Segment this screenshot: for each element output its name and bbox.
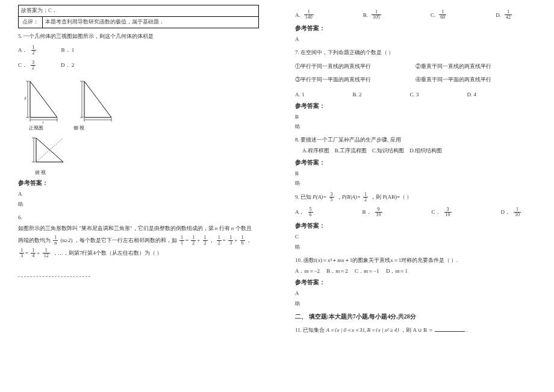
q10-opt-b: B．m＝2 (326, 268, 348, 274)
side-view-label: 侧 视 (73, 125, 84, 131)
q10-opt-d: D．m＝1 (386, 268, 408, 274)
left-column: 故答案为：C． 点评： 本题考查利用导数研究函数的极值，属于基础题． 5. 一个… (0, 0, 277, 392)
svg-text:1: 1 (42, 120, 45, 123)
q7-opt-b: B. 2 (353, 92, 362, 98)
q5-stem: 5. 一个几何体的三视图如图所示，则这个几何体的体积是 (18, 32, 259, 40)
q8-opt-b: B.工序流程图 (335, 148, 367, 154)
q8-answer: B (295, 169, 536, 178)
q7-opt-d: D. 4 (467, 92, 477, 98)
q7-opt-a: A. 1 (295, 92, 305, 98)
q8-opt-a: A.程序框图 (302, 148, 329, 154)
section-2-title: 二、 填空题:本大题共7小题,每小题4分,共28分 (295, 313, 536, 321)
three-views-row-2 (30, 135, 259, 168)
q8-brief: 略 (295, 180, 536, 187)
q5-answer: A (18, 190, 259, 198)
q10-answer: A (295, 289, 536, 297)
q9-opt-c: C．310 (432, 207, 453, 217)
q10-answer-label: 参考答案： (295, 279, 536, 287)
q9-answer: C (295, 232, 536, 241)
q8-opt-c: C.知识结构图 (372, 148, 404, 154)
three-views-row-1: 1 2 (24, 75, 259, 123)
q5-answer-label: 参考答案： (18, 179, 259, 187)
fraction: 32 (31, 60, 36, 70)
dashed-separator (18, 276, 90, 277)
q7-options: A. 1 B. 2 C. 3 D. 4 (295, 92, 536, 98)
q9-stem: 9. 已知 P(A)= 35 ，P(B|A)= 12 ，则 P(AB)=（ ） (295, 192, 536, 202)
q9-opt-d: D．110 (501, 207, 523, 217)
top-view-shape (30, 135, 66, 168)
q7-stem: 7. 在空间中，下列命题正确的个数是（ ） (295, 48, 536, 57)
q6-options: A.1140 B.1105 C.160 D.142 (295, 10, 536, 20)
q10-opt-a: A．m＝−2 (295, 268, 320, 274)
q6-opt-b: B.1105 (363, 10, 382, 20)
q7-prop-3: ③平行于同一平面的两直线平行 (295, 75, 416, 84)
q10-brief: 略 (295, 300, 536, 308)
q9-answer-label: 参考答案： (295, 222, 536, 230)
q7-opt-c: C. 3 (410, 92, 419, 98)
q7-answer: B (295, 113, 536, 121)
q8-opt-d: D.组织结构图 (409, 148, 442, 154)
box-row-2-label: 点评： (19, 17, 43, 28)
q9-brief: 略 (295, 244, 536, 251)
analysis-box: 故答案为：C． 点评： 本题考查利用导数研究函数的极值，属于基础题． (18, 5, 259, 28)
q9-options: A．56 B．910 C．310 D．110 (295, 207, 536, 217)
q6: 6. 如图所示的三角形数阵叫 "莱布尼兹调和三角形"，它们是由整数的倒数组成的，… (18, 213, 259, 258)
q7-prop-4: ④垂直于同一平面的两直线平行 (416, 75, 536, 84)
view-labels-row-2: 俯 视 (35, 169, 259, 176)
side-view-triangle (78, 75, 114, 123)
q7-brief: 略 (295, 123, 536, 131)
front-view-triangle: 1 2 (24, 75, 60, 123)
q6-answer: A (295, 35, 536, 43)
q10-opt-c: C．m＝−1 (355, 268, 379, 274)
q5-opt-c: C． 32 (18, 60, 37, 70)
q9-opt-a: A．56 (295, 207, 314, 217)
q9-opt-b: B．910 (363, 207, 384, 217)
view-labels-row-1: 正视图 侧 视 (29, 125, 259, 131)
q5-options-row-1: A． 12 B． 1 (18, 45, 259, 55)
q6-number: 6. (18, 213, 259, 222)
q7-prop-1: ①平行于同一直线的两直线平行 (295, 62, 416, 70)
q8-options: A.程序框图 B.工序流程图 C.知识结构图 D.组织结构图 (295, 146, 536, 155)
q5-opt-d: D． 2 (61, 61, 74, 69)
q6-line-3: 13= 14+ 112 ，…，则第7行第4个数（从左往右数）为（ ） (18, 248, 259, 258)
box-row-1: 故答案为：C． (19, 5, 259, 17)
top-view-label: 俯 视 (35, 169, 46, 176)
right-column: A.1140 B.1105 C.160 D.142 参考答案： A 7. 在空间… (277, 0, 554, 392)
q7-prop-2: ②垂直于同一直线的两直线平行 (416, 62, 536, 70)
q7-answer-label: 参考答案： (295, 102, 536, 110)
fill-blank (435, 326, 465, 332)
q5-options-row-2: C． 32 D． 2 (18, 60, 259, 70)
q6-line-2: 两端的数均为 1n (n≥2) ，每个数是它下一行左右相邻两数的和，如 11= … (18, 235, 259, 246)
q6-opt-a: A.1140 (295, 10, 315, 20)
q7-props-row-2: ③平行于同一平面的两直线平行 ④垂直于同一平面的两直线平行 (295, 73, 536, 86)
q6-opt-c: C.160 (431, 10, 447, 20)
q5-opt-a: A． 12 (18, 45, 37, 55)
q5-opt-b: B． 1 (61, 46, 75, 54)
q11-stem: 11. 已知集合 A＝{x | 0＜x＜3}, B＝{x | x² ≥ 4} ，… (295, 326, 536, 334)
front-view-label: 正视图 (29, 125, 43, 131)
svg-text:2: 2 (24, 96, 26, 101)
q6-opt-d: D.142 (496, 10, 513, 20)
box-row-2-text: 本题考查利用导数研究函数的极值，属于基础题． (43, 17, 259, 28)
q8-answer-label: 参考答案： (295, 159, 536, 167)
q10-options: A．m＝−2 B．m＝2 C．m＝−1 D．m＝1 (295, 267, 536, 275)
q7-props-row-1: ①平行于同一直线的两直线平行 ②垂直于同一直线的两直线平行 (295, 60, 536, 73)
q5-brief: 略 (18, 201, 259, 208)
q8-stem: 8. 要描述一个工厂某种产品的生产步骤, 应用 (295, 135, 536, 144)
fraction: 12 (31, 45, 36, 55)
q6-answer-label: 参考答案： (295, 25, 536, 33)
q10-stem: 10. 函数f(x)＝x³＋mx＋1的图象关于直线x＝1对称的充要条件是（ ）. (295, 256, 536, 264)
q6-line-1: 如图所示的三角形数阵叫 "莱布尼兹调和三角形"，它们是由整数的倒数组成的，第 n… (18, 224, 259, 232)
fraction: 1n (53, 235, 58, 246)
